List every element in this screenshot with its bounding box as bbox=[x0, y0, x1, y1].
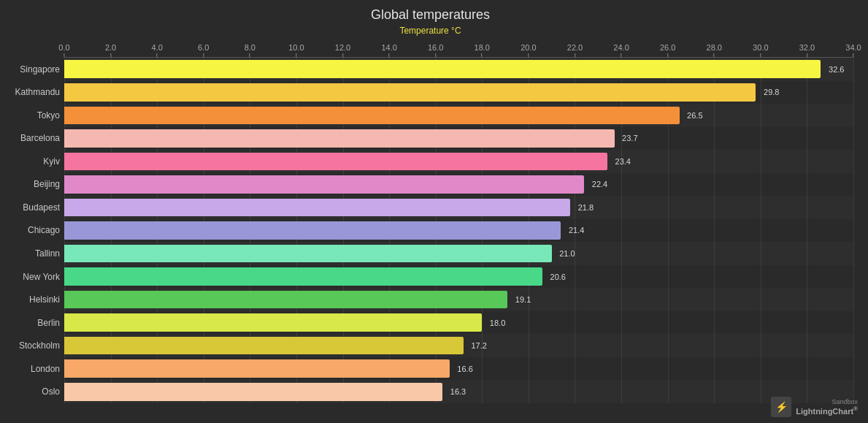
y-label: Budapest bbox=[7, 196, 64, 219]
y-label: Singapore bbox=[7, 58, 64, 81]
bar: 23.7 bbox=[64, 129, 615, 148]
bar: 17.2 bbox=[64, 337, 464, 355]
x-tick: 18.0 bbox=[475, 43, 490, 57]
bar: 20.6 bbox=[64, 267, 542, 286]
y-label: Stockholm bbox=[7, 334, 64, 357]
x-tick: 20.0 bbox=[521, 43, 536, 57]
bar-row: 26.5 bbox=[64, 104, 853, 127]
chart-body: SingaporeKathmanduTokyoBarcelonaKyivBeij… bbox=[7, 39, 853, 403]
bar: 32.6 bbox=[64, 60, 821, 78]
watermark-icon: ⚡ bbox=[771, 397, 791, 417]
y-label: Chicago bbox=[7, 219, 64, 243]
chart-container: Global temperatures Temperature °C Singa… bbox=[0, 0, 868, 423]
x-tick: 34.0 bbox=[845, 43, 861, 57]
x-tick: 10.0 bbox=[288, 43, 304, 57]
bar-row: 17.2 bbox=[64, 334, 853, 357]
x-tick: 28.0 bbox=[707, 43, 722, 57]
bar-row: 22.4 bbox=[64, 173, 853, 197]
bar-value: 20.6 bbox=[550, 273, 566, 281]
bar-value: 19.1 bbox=[515, 295, 531, 304]
x-tick: 30.0 bbox=[753, 43, 768, 57]
x-axis: 0.02.04.06.08.010.012.014.016.018.020.02… bbox=[64, 39, 853, 58]
y-label: Beijing bbox=[7, 173, 64, 197]
bar-value: 21.8 bbox=[578, 203, 594, 212]
watermark: ⚡ Sandbox LightningChart® bbox=[771, 397, 858, 417]
bar-value: 21.0 bbox=[559, 249, 575, 258]
bar-value: 23.7 bbox=[622, 134, 637, 142]
bar-row: 21.8 bbox=[64, 196, 853, 219]
bar: 18.0 bbox=[64, 313, 482, 332]
bar-value: 32.6 bbox=[829, 65, 844, 74]
bar-value: 29.8 bbox=[764, 88, 779, 96]
y-label: Tokyo bbox=[7, 104, 64, 127]
x-tick: 8.0 bbox=[245, 43, 256, 57]
bar: 29.8 bbox=[64, 83, 756, 102]
bar: 21.4 bbox=[64, 221, 561, 240]
bar-value: 18.0 bbox=[490, 319, 505, 327]
plot-area: 0.02.04.06.08.010.012.014.016.018.020.02… bbox=[64, 39, 853, 403]
y-label: Berlin bbox=[7, 311, 64, 335]
y-labels: SingaporeKathmanduTokyoBarcelonaKyivBeij… bbox=[7, 58, 64, 403]
bar: 22.4 bbox=[64, 175, 584, 194]
y-label: Oslo bbox=[7, 380, 64, 403]
bar-row: 20.6 bbox=[64, 265, 853, 289]
grid-line bbox=[853, 58, 854, 403]
bar-value: 17.2 bbox=[471, 341, 486, 350]
x-tick: 22.0 bbox=[567, 43, 583, 57]
bar-value: 16.3 bbox=[450, 387, 466, 396]
bar: 21.0 bbox=[64, 245, 552, 263]
bar-value: 23.4 bbox=[615, 157, 631, 166]
bar-row: 21.4 bbox=[64, 219, 853, 243]
x-tick: 4.0 bbox=[152, 43, 163, 57]
x-tick: 16.0 bbox=[428, 43, 443, 57]
bar: 16.3 bbox=[64, 383, 442, 401]
y-label: London bbox=[7, 357, 64, 381]
bar-row: 23.7 bbox=[64, 127, 853, 150]
bar-row: 18.0 bbox=[64, 311, 853, 335]
y-label: Tallinn bbox=[7, 242, 64, 265]
y-label: Kyiv bbox=[7, 150, 64, 173]
axis-label: Temperature °C bbox=[7, 26, 853, 36]
chart-title: Global temperatures bbox=[7, 7, 853, 23]
bar-value: 21.4 bbox=[569, 226, 584, 235]
bar-value: 26.5 bbox=[687, 111, 702, 120]
x-tick: 14.0 bbox=[381, 43, 396, 57]
x-tick: 26.0 bbox=[660, 43, 675, 57]
bar-value: 22.4 bbox=[592, 180, 607, 188]
watermark-text: Sandbox LightningChart® bbox=[796, 398, 858, 416]
bar: 23.4 bbox=[64, 153, 607, 171]
y-label: New York bbox=[7, 265, 64, 289]
watermark-sandbox: Sandbox bbox=[831, 398, 858, 405]
y-label: Helsinki bbox=[7, 288, 64, 311]
bar: 26.5 bbox=[64, 107, 680, 125]
x-ticks: 0.02.04.06.08.010.012.014.016.018.020.02… bbox=[64, 38, 853, 57]
bar-row: 29.8 bbox=[64, 81, 853, 104]
bars-area: 32.629.826.523.723.422.421.821.421.020.6… bbox=[64, 58, 853, 403]
watermark-brand: LightningChart® bbox=[796, 405, 858, 416]
bar-row: 16.3 bbox=[64, 380, 853, 403]
x-tick: 6.0 bbox=[198, 43, 209, 57]
y-label: Barcelona bbox=[7, 127, 64, 150]
bar: 21.8 bbox=[64, 199, 570, 217]
x-tick: 0.0 bbox=[58, 43, 69, 57]
bar-row: 21.0 bbox=[64, 242, 853, 265]
bar: 19.1 bbox=[64, 291, 507, 309]
x-tick: 32.0 bbox=[799, 43, 815, 57]
y-axis: SingaporeKathmanduTokyoBarcelonaKyivBeij… bbox=[7, 39, 64, 403]
x-tick: 2.0 bbox=[105, 43, 116, 57]
x-tick: 24.0 bbox=[613, 43, 629, 57]
bar-value: 16.6 bbox=[457, 365, 472, 373]
y-label: Kathmandu bbox=[7, 81, 64, 104]
bar-row: 16.6 bbox=[64, 357, 853, 381]
bar-row: 23.4 bbox=[64, 150, 853, 173]
bar-row: 19.1 bbox=[64, 288, 853, 311]
bar: 16.6 bbox=[64, 359, 450, 378]
x-tick: 12.0 bbox=[335, 43, 350, 57]
bar-row: 32.6 bbox=[64, 58, 853, 81]
